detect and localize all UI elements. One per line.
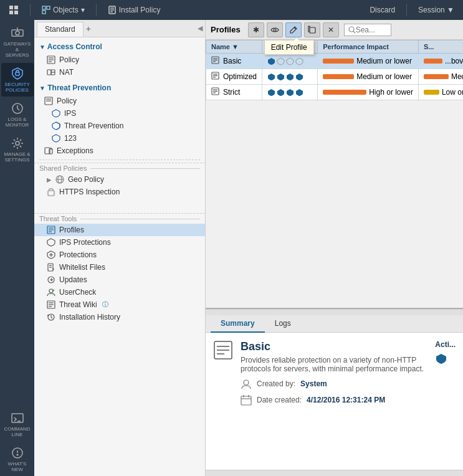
sidebar-item-updates[interactable]: Updates bbox=[34, 274, 205, 286]
date-created-value: 4/12/2016 12:31:24 PM bbox=[307, 396, 385, 404]
created-by-label: Created by: bbox=[257, 379, 295, 388]
toolbar-pencil-container: Edit Profile bbox=[285, 22, 302, 37]
session-button[interactable]: Session ▼ bbox=[414, 6, 458, 14]
sidebar-item-nat[interactable]: NAT bbox=[34, 66, 205, 79]
sidebar-item-protections[interactable]: Protections bbox=[34, 249, 205, 261]
sidebar-item-123[interactable]: 123 bbox=[34, 132, 205, 145]
table-row[interactable]: Optimized bbox=[206, 69, 464, 85]
sep3 bbox=[406, 4, 407, 16]
profiles-area: Name ▼ Active Blades Performance Impact … bbox=[206, 40, 463, 308]
col-name[interactable]: Name ▼ bbox=[206, 40, 262, 54]
sidebar-item-tp-policy[interactable]: Policy bbox=[34, 95, 205, 107]
tab-standard[interactable]: Standard bbox=[37, 22, 84, 37]
perf-bar: Medium or lower bbox=[323, 57, 413, 65]
col-s[interactable]: S... bbox=[418, 40, 463, 54]
sidebar-item-security[interactable]: SECURITYPOLICIES bbox=[1, 63, 34, 97]
created-by-value: System bbox=[300, 379, 327, 388]
svg-rect-57 bbox=[310, 27, 315, 33]
profile-detail-icon bbox=[213, 340, 233, 406]
main-layout: GATEWAYS &SERVERS SECURITYPOLICIES LOGS … bbox=[0, 20, 463, 476]
svg-rect-6 bbox=[42, 11, 45, 14]
date-created-label: Date created: bbox=[257, 396, 302, 404]
search-box[interactable] bbox=[344, 24, 391, 36]
sidebar-item-exceptions[interactable]: Exceptions bbox=[34, 145, 205, 157]
sidebar-item-profiles[interactable]: Profiles bbox=[34, 224, 205, 236]
profile-desc: Provides reliable protection on a variet… bbox=[241, 356, 427, 373]
svg-rect-14 bbox=[16, 72, 19, 75]
sidebar-item-policy[interactable]: Policy bbox=[34, 54, 205, 66]
svg-point-55 bbox=[274, 29, 276, 31]
discard-button[interactable]: Discard bbox=[366, 6, 399, 14]
sidebar-item-threat-wiki[interactable]: Threat Wiki ⓘ bbox=[34, 298, 205, 311]
svg-rect-5 bbox=[47, 6, 50, 9]
profiles-header: Profiles ✱ bbox=[206, 20, 463, 40]
profiles-table: Name ▼ Active Blades Performance Impact … bbox=[206, 40, 463, 100]
toolbar-pencil-button[interactable] bbox=[285, 22, 302, 37]
svg-rect-3 bbox=[14, 11, 18, 14]
bottom-content: Basic Provides reliable protection on a … bbox=[206, 333, 463, 470]
svg-rect-26 bbox=[47, 70, 51, 75]
collapse-button[interactable]: ◀ bbox=[198, 24, 203, 32]
sidebar-item-cmdline[interactable]: COMMANDLINE bbox=[1, 407, 34, 441]
app-menu-button[interactable] bbox=[5, 5, 22, 15]
toolbar-star-button[interactable]: ✱ bbox=[248, 22, 264, 37]
svg-point-12 bbox=[16, 31, 19, 35]
toolbar-delete-button[interactable]: ✕ bbox=[323, 22, 339, 37]
access-control-header[interactable]: ▼ Access Control bbox=[34, 40, 205, 54]
shared-policies-label: Shared Policies bbox=[34, 163, 205, 173]
sidebar-item-whitelist-files[interactable]: Whitelist Files bbox=[34, 261, 205, 274]
sidebar-item-logs[interactable]: LOGS &MONITOR bbox=[1, 98, 34, 131]
profile-info: Basic Provides reliable protection on a … bbox=[241, 340, 427, 406]
table-row[interactable]: Basic bbox=[206, 54, 464, 69]
row-icon bbox=[211, 56, 219, 66]
tab-add-button[interactable]: + bbox=[84, 24, 93, 34]
threat-tools-label: Threat Tools bbox=[34, 213, 205, 224]
sidebar-item-geo-policy[interactable]: ▶ Geo Policy bbox=[34, 173, 205, 186]
edit-profile-tooltip: Edit Profile bbox=[264, 40, 314, 55]
toolbar-copy-button[interactable] bbox=[304, 22, 320, 37]
install-policy-label: Install Policy bbox=[119, 6, 161, 14]
profile-name: Basic bbox=[241, 340, 427, 353]
svg-rect-1 bbox=[14, 6, 18, 9]
sidebar-item-whatsnew[interactable]: WHAT'SNEW bbox=[1, 442, 34, 476]
row-icon bbox=[211, 87, 219, 97]
table-row[interactable]: Strict bbox=[206, 85, 464, 100]
section-shared-policies: Shared Policies ▶ Geo Policy bbox=[34, 163, 205, 198]
sep2 bbox=[96, 4, 97, 16]
sidebar-content: ▼ Access Control Policy bbox=[34, 37, 205, 476]
topbar: Objects ▾ Install Policy Discard Session… bbox=[0, 0, 463, 20]
threat-prevention-header[interactable]: ▼ Threat Prevention bbox=[34, 81, 205, 95]
sidebar-item-installation-history[interactable]: Installation History bbox=[34, 311, 205, 323]
search-input[interactable] bbox=[356, 26, 387, 34]
sidebar-item-manage[interactable]: MANAGE &SETTINGS bbox=[1, 133, 34, 166]
svg-rect-77 bbox=[241, 396, 251, 405]
sidebar-item-ips[interactable]: IPS bbox=[34, 107, 205, 120]
sidebar-item-threat-prevention[interactable]: Threat Prevention bbox=[34, 120, 205, 132]
sidebar-item-https-inspection[interactable]: HTTPS Inspection bbox=[34, 186, 205, 198]
sidebar-item-gateways[interactable]: GATEWAYS &SERVERS bbox=[1, 22, 34, 62]
svg-line-59 bbox=[353, 31, 355, 33]
toolbar-eye-button[interactable] bbox=[267, 22, 283, 37]
section-access-control: ▼ Access Control Policy bbox=[34, 40, 205, 79]
blade-icons bbox=[267, 57, 312, 65]
svg-rect-38 bbox=[48, 191, 54, 196]
main-panel: Profiles ✱ bbox=[206, 20, 463, 476]
bottom-scrollbar[interactable] bbox=[206, 470, 463, 476]
tab-summary[interactable]: Summary bbox=[211, 315, 265, 333]
svg-point-76 bbox=[244, 380, 249, 385]
col-performance[interactable]: Performance Impact bbox=[318, 40, 419, 54]
svg-rect-4 bbox=[42, 6, 45, 9]
bottom-tabs: Summary Logs bbox=[206, 315, 463, 333]
tab-logs[interactable]: Logs bbox=[265, 315, 301, 333]
date-created-row: Date created: 4/12/2016 12:31:24 PM bbox=[241, 394, 427, 406]
objects-button[interactable]: Objects ▾ bbox=[38, 6, 88, 14]
content-area: Standard + ◀ ▼ Access Control bbox=[34, 20, 463, 476]
sidebar-item-usercheck[interactable]: UserCheck bbox=[34, 286, 205, 298]
sidebar-item-ips-protections[interactable]: IPS Protections bbox=[34, 236, 205, 249]
topbar-right: Discard Session ▼ bbox=[366, 4, 458, 16]
svg-point-58 bbox=[349, 27, 354, 32]
sep1 bbox=[30, 4, 31, 16]
install-policy-button[interactable]: Install Policy bbox=[104, 6, 165, 14]
svg-rect-0 bbox=[9, 6, 13, 9]
horizontal-scrollbar[interactable] bbox=[206, 309, 463, 315]
